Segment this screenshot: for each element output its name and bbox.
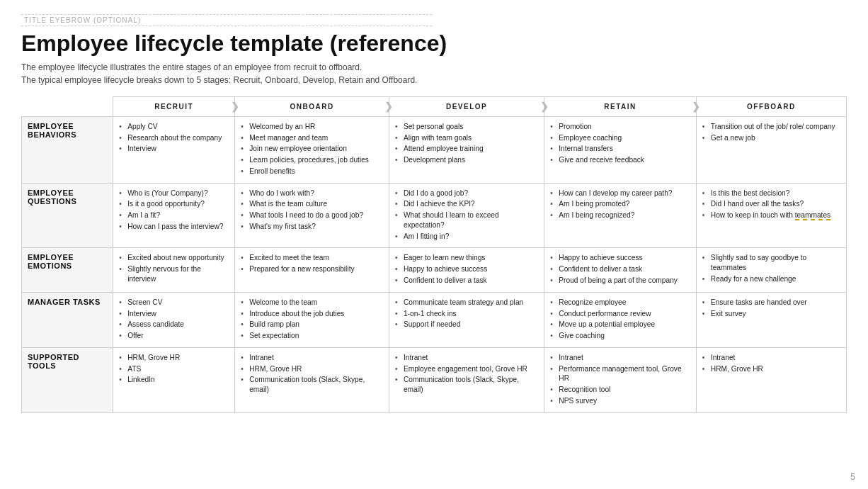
list-item: Intranet [241,353,383,363]
row-label-1: EMPLOYEE QUESTIONS [22,183,113,248]
list-item: Enroll benefits [241,167,383,176]
list-item: Employee coaching [550,133,690,143]
list-item: Development plans [395,155,538,165]
list-item: Did I do a good job? [395,189,538,198]
list-item: Assess candidate [119,320,229,330]
list-item: Happy to achieve success [550,253,690,263]
list-item: Did I hand over all the tasks? [702,199,840,209]
list-item: What tools I need to do a good job? [241,210,383,220]
page-number: 5 [850,472,855,482]
list-item: 1-on-1 check ins [395,309,538,319]
cell-2-2: Eager to learn new thingsHappy to achiev… [389,248,544,292]
col-header-develop: DEVELOP [389,96,544,116]
eyebrow-label: TITLE EYEBROW (OPTIONAL) [21,14,432,26]
cell-2-1: Excited to meet the teamPrepared for a n… [235,248,389,292]
list-item: Am I a fit? [119,210,229,220]
list-item: What is the team culture [241,199,383,209]
list-item: Intranet [550,353,690,363]
list-item: Welcomed by an HR [241,122,383,132]
subtitle-line2: The typical employee lifecycle breaks do… [21,75,417,85]
list-item: Recognition tool [550,385,690,395]
list-item: Employee engagement tool, Grove HR [395,364,538,374]
list-item: Build ramp plan [241,320,383,330]
cell-2-4: Slightly sad to say goodbye to teammates… [696,248,846,292]
list-item: Apply CV [119,122,229,132]
list-item: Ready for a new challenge [702,274,840,284]
cell-2-3: Happy to achieve successConfident to del… [544,248,697,292]
list-item: Who do I work with? [241,189,383,198]
list-item: Excited to meet the team [241,253,383,263]
row-label-0: EMPLOYEE BEHAVIORS [22,116,113,183]
cell-1-1: Who do I work with?What is the team cult… [235,183,389,248]
list-item: Attend employee training [395,144,538,154]
list-item: Excited about new opportunity [119,253,229,263]
list-item: Communication tools (Slack, Skype, email… [395,375,538,395]
cell-0-2: Set personal goalsAlign with team goalsA… [389,116,544,183]
list-item: Am I fitting in? [395,232,538,242]
list-item: Promotion [550,122,690,132]
list-item: What's my first task? [241,222,383,232]
list-item: LinkedIn [119,375,229,385]
list-item: How to keep in touch with teammates [702,210,840,220]
list-item: Conduct performance review [550,309,690,319]
col-header-retain: RETAIN [544,96,697,116]
page: TITLE EYEBROW (OPTIONAL) Employee lifecy… [0,0,868,489]
col-header-recruit: RECRUIT [113,96,235,116]
list-item: HRM, Grove HR [702,364,840,374]
list-item: Give coaching [550,331,690,341]
list-item: Communication tools (Slack, Skype, email… [241,375,383,395]
list-item: Support if needed [395,320,538,330]
list-item: Align with team goals [395,133,538,143]
list-item: Is it a good opportunity? [119,199,229,209]
cell-3-3: Recognize employeeConduct performance re… [544,292,697,347]
cell-0-4: Transition out of the job/ role/ company… [696,116,846,183]
list-item: Happy to achieve success [395,264,538,274]
cell-0-0: Apply CVResearch about the companyInterv… [113,116,235,183]
page-title: Employee lifecycle template (reference) [21,30,847,57]
cell-0-1: Welcomed by an HRMeet manager and teamJo… [235,116,389,183]
cell-4-1: IntranetHRM, Grove HRCommunication tools… [235,347,389,412]
list-item: Did I achieve the KPI? [395,199,538,209]
list-item: Ensure tasks are handed over [702,298,840,308]
cell-0-3: PromotionEmployee coachingInternal trans… [544,116,697,183]
list-item: Learn policies, procedures, job duties [241,155,383,165]
col-header-offboard: OFFBOARD [696,96,846,116]
list-item: Move up a potential employee [550,320,690,330]
table-row: EMPLOYEE BEHAVIORSApply CVResearch about… [22,116,847,183]
cell-2-0: Excited about new opportunitySlightly ne… [113,248,235,292]
cell-3-4: Ensure tasks are handed overExit survey [696,292,846,347]
list-item: How can I develop my career path? [550,189,690,198]
table-row: EMPLOYEE EMOTIONSExcited about new oppor… [22,248,847,292]
list-item: ATS [119,364,229,374]
subtitle: The employee lifecycle illustrates the e… [21,61,847,86]
table-row: SUPPORTED TOOLSHRM, Grove HRATSLinkedInI… [22,347,847,412]
list-item: Confident to deliver a task [550,264,690,274]
list-item: Am I being promoted? [550,199,690,209]
list-item: Meet manager and team [241,133,383,143]
list-item: Offer [119,331,229,341]
list-item: Introduce about the job duties [241,309,383,319]
list-item: How can I pass the interview? [119,222,229,232]
highlighted-text: teammates [795,211,830,220]
list-item: Eager to learn new things [395,253,538,263]
list-item: Screen CV [119,298,229,308]
list-item: Slightly nervous for the interview [119,264,229,284]
list-item: Communicate team strategy and plan [395,298,538,308]
list-item: Exit survey [702,309,840,319]
row-label-2: EMPLOYEE EMOTIONS [22,248,113,292]
cell-3-2: Communicate team strategy and plan1-on-1… [389,292,544,347]
list-item: Research about the company [119,133,229,143]
list-item: Transition out of the job/ role/ company [702,122,840,132]
list-item: Slightly sad to say goodbye to teammates [702,253,840,273]
list-item: Welcome to the team [241,298,383,308]
cell-1-0: Who is (Your Company)?Is it a good oppor… [113,183,235,248]
list-item: Interview [119,144,229,154]
list-item: Set personal goals [395,122,538,132]
cell-1-2: Did I do a good job?Did I achieve the KP… [389,183,544,248]
list-item: Intranet [702,353,840,363]
list-item: Give and receive feedback [550,155,690,165]
list-item: Recognize employee [550,298,690,308]
table-row: MANAGER TASKSScreen CVInterviewAssess ca… [22,292,847,347]
table-row: EMPLOYEE QUESTIONSWho is (Your Company)?… [22,183,847,248]
list-item: Performance management tool, Grove HR [550,364,690,384]
